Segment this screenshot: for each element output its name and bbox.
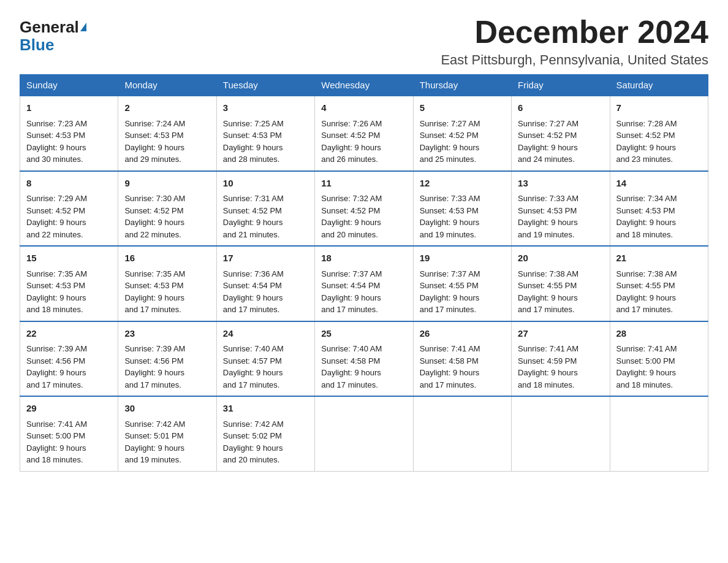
day-number: 12 <box>420 177 505 191</box>
calendar-day-cell: 13 Sunrise: 7:33 AMSunset: 4:53 PMDaylig… <box>512 171 610 247</box>
day-number: 7 <box>616 101 702 115</box>
day-number: 27 <box>518 327 603 341</box>
calendar-day-cell: 6 Sunrise: 7:27 AMSunset: 4:52 PMDayligh… <box>512 96 610 171</box>
day-number: 9 <box>124 177 210 191</box>
day-info: Sunrise: 7:37 AMSunset: 4:55 PMDaylight:… <box>420 269 480 315</box>
day-info: Sunrise: 7:36 AMSunset: 4:54 PMDaylight:… <box>223 269 284 315</box>
day-info: Sunrise: 7:39 AMSunset: 4:56 PMDaylight:… <box>26 344 87 389</box>
day-number: 24 <box>223 327 308 341</box>
page-header: GeneralBlue December 2024 East Pittsburg… <box>20 15 708 68</box>
calendar-day-cell: 10 Sunrise: 7:31 AMSunset: 4:52 PMDaylig… <box>216 171 314 247</box>
day-info: Sunrise: 7:29 AMSunset: 4:52 PMDaylight:… <box>26 194 87 239</box>
calendar-day-cell: 20 Sunrise: 7:38 AMSunset: 4:55 PMDaylig… <box>512 246 610 321</box>
day-info: Sunrise: 7:41 AMSunset: 4:59 PMDaylight:… <box>518 344 578 389</box>
calendar-day-header: Monday <box>118 75 216 96</box>
calendar-day-cell: 22 Sunrise: 7:39 AMSunset: 4:56 PMDaylig… <box>20 321 118 397</box>
day-info: Sunrise: 7:38 AMSunset: 4:55 PMDaylight:… <box>616 269 677 315</box>
day-info: Sunrise: 7:27 AMSunset: 4:52 PMDaylight:… <box>420 119 480 164</box>
calendar-day-cell: 24 Sunrise: 7:40 AMSunset: 4:57 PMDaylig… <box>216 321 314 397</box>
logo: GeneralBlue <box>20 15 86 53</box>
day-number: 15 <box>26 251 112 266</box>
calendar-week-row: 22 Sunrise: 7:39 AMSunset: 4:56 PMDaylig… <box>20 321 708 397</box>
day-info: Sunrise: 7:38 AMSunset: 4:55 PMDaylight:… <box>518 269 578 315</box>
calendar-day-cell: 15 Sunrise: 7:35 AMSunset: 4:53 PMDaylig… <box>20 246 118 321</box>
day-number: 29 <box>26 402 112 416</box>
calendar-header-row: SundayMondayTuesdayWednesdayThursdayFrid… <box>20 75 708 96</box>
calendar-day-cell: 17 Sunrise: 7:36 AMSunset: 4:54 PMDaylig… <box>216 246 314 321</box>
day-info: Sunrise: 7:40 AMSunset: 4:58 PMDaylight:… <box>321 344 382 389</box>
calendar-day-cell: 31 Sunrise: 7:42 AMSunset: 5:02 PMDaylig… <box>216 396 314 471</box>
day-info: Sunrise: 7:35 AMSunset: 4:53 PMDaylight:… <box>26 269 87 315</box>
calendar-day-cell: 23 Sunrise: 7:39 AMSunset: 4:56 PMDaylig… <box>118 321 216 397</box>
day-number: 5 <box>420 101 505 115</box>
day-number: 25 <box>321 327 406 341</box>
logo-triangle-icon <box>80 23 86 31</box>
calendar-day-cell: 25 Sunrise: 7:40 AMSunset: 4:58 PMDaylig… <box>315 321 413 397</box>
day-number: 23 <box>124 327 210 341</box>
day-number: 10 <box>223 177 308 191</box>
day-number: 19 <box>420 251 505 266</box>
day-number: 14 <box>616 177 702 191</box>
day-info: Sunrise: 7:31 AMSunset: 4:52 PMDaylight:… <box>223 194 284 239</box>
day-number: 17 <box>223 251 308 266</box>
calendar-day-cell: 11 Sunrise: 7:32 AMSunset: 4:52 PMDaylig… <box>315 171 413 247</box>
calendar-day-cell: 2 Sunrise: 7:24 AMSunset: 4:53 PMDayligh… <box>118 96 216 171</box>
calendar-day-cell <box>610 396 708 471</box>
day-info: Sunrise: 7:41 AMSunset: 4:58 PMDaylight:… <box>420 344 480 389</box>
calendar-day-cell: 18 Sunrise: 7:37 AMSunset: 4:54 PMDaylig… <box>315 246 413 321</box>
day-number: 6 <box>518 101 603 115</box>
day-info: Sunrise: 7:26 AMSunset: 4:52 PMDaylight:… <box>321 119 382 164</box>
day-number: 1 <box>26 101 112 115</box>
day-info: Sunrise: 7:25 AMSunset: 4:53 PMDaylight:… <box>223 119 284 164</box>
calendar-week-row: 15 Sunrise: 7:35 AMSunset: 4:53 PMDaylig… <box>20 246 708 321</box>
day-info: Sunrise: 7:40 AMSunset: 4:57 PMDaylight:… <box>223 344 284 389</box>
calendar-day-header: Thursday <box>413 75 511 96</box>
day-number: 30 <box>124 402 210 416</box>
calendar-day-cell: 5 Sunrise: 7:27 AMSunset: 4:52 PMDayligh… <box>413 96 511 171</box>
day-info: Sunrise: 7:42 AMSunset: 5:01 PMDaylight:… <box>124 419 185 465</box>
day-number: 20 <box>518 251 603 266</box>
location-title: East Pittsburgh, Pennsylvania, United St… <box>441 52 708 68</box>
day-number: 11 <box>321 177 406 191</box>
calendar-day-cell: 26 Sunrise: 7:41 AMSunset: 4:58 PMDaylig… <box>413 321 511 397</box>
calendar-week-row: 1 Sunrise: 7:23 AMSunset: 4:53 PMDayligh… <box>20 96 708 171</box>
day-info: Sunrise: 7:35 AMSunset: 4:53 PMDaylight:… <box>124 269 185 315</box>
day-info: Sunrise: 7:27 AMSunset: 4:52 PMDaylight:… <box>518 119 578 164</box>
day-number: 3 <box>223 101 308 115</box>
calendar-day-cell: 29 Sunrise: 7:41 AMSunset: 5:00 PMDaylig… <box>20 396 118 471</box>
calendar-day-cell: 30 Sunrise: 7:42 AMSunset: 5:01 PMDaylig… <box>118 396 216 471</box>
calendar-day-cell: 7 Sunrise: 7:28 AMSunset: 4:52 PMDayligh… <box>610 96 708 171</box>
day-info: Sunrise: 7:33 AMSunset: 4:53 PMDaylight:… <box>518 194 578 239</box>
day-info: Sunrise: 7:37 AMSunset: 4:54 PMDaylight:… <box>321 269 382 315</box>
calendar-day-cell: 19 Sunrise: 7:37 AMSunset: 4:55 PMDaylig… <box>413 246 511 321</box>
calendar-day-cell: 9 Sunrise: 7:30 AMSunset: 4:52 PMDayligh… <box>118 171 216 247</box>
day-number: 18 <box>321 251 406 266</box>
day-info: Sunrise: 7:34 AMSunset: 4:53 PMDaylight:… <box>616 194 677 239</box>
calendar-day-cell: 28 Sunrise: 7:41 AMSunset: 5:00 PMDaylig… <box>610 321 708 397</box>
calendar-day-cell: 8 Sunrise: 7:29 AMSunset: 4:52 PMDayligh… <box>20 171 118 247</box>
day-info: Sunrise: 7:33 AMSunset: 4:53 PMDaylight:… <box>420 194 480 239</box>
day-info: Sunrise: 7:24 AMSunset: 4:53 PMDaylight:… <box>124 119 185 164</box>
day-info: Sunrise: 7:28 AMSunset: 4:52 PMDaylight:… <box>616 119 677 164</box>
day-info: Sunrise: 7:41 AMSunset: 5:00 PMDaylight:… <box>616 344 677 389</box>
day-info: Sunrise: 7:41 AMSunset: 5:00 PMDaylight:… <box>26 419 87 465</box>
day-info: Sunrise: 7:30 AMSunset: 4:52 PMDaylight:… <box>124 194 185 239</box>
calendar-table: SundayMondayTuesdayWednesdayThursdayFrid… <box>20 74 708 472</box>
calendar-day-header: Sunday <box>20 75 118 96</box>
day-info: Sunrise: 7:42 AMSunset: 5:02 PMDaylight:… <box>223 419 284 465</box>
calendar-day-header: Tuesday <box>216 75 314 96</box>
calendar-day-cell: 4 Sunrise: 7:26 AMSunset: 4:52 PMDayligh… <box>315 96 413 171</box>
day-number: 13 <box>518 177 603 191</box>
day-number: 2 <box>124 101 210 115</box>
calendar-day-cell: 27 Sunrise: 7:41 AMSunset: 4:59 PMDaylig… <box>512 321 610 397</box>
calendar-day-header: Friday <box>512 75 610 96</box>
month-title: December 2024 <box>441 15 708 50</box>
calendar-day-cell <box>512 396 610 471</box>
day-number: 22 <box>26 327 112 341</box>
day-number: 16 <box>124 251 210 266</box>
logo-blue-text: Blue <box>20 36 54 54</box>
day-number: 26 <box>420 327 505 341</box>
calendar-day-cell: 12 Sunrise: 7:33 AMSunset: 4:53 PMDaylig… <box>413 171 511 247</box>
day-number: 21 <box>616 251 702 266</box>
calendar-day-header: Wednesday <box>315 75 413 96</box>
